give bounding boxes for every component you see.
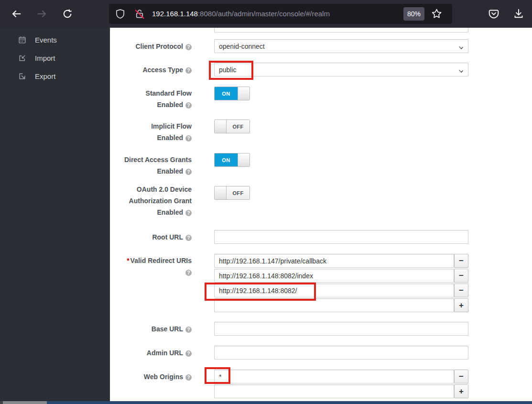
sidebar-item-import[interactable]: Import <box>0 49 110 67</box>
back-arrow-icon <box>11 9 22 19</box>
keycloak-client-settings-screen: 192.168.1.148:8080/auth/admin/master/con… <box>0 0 532 404</box>
toggle-handle <box>238 87 250 100</box>
zoom-level-badge[interactable]: 80% <box>403 7 424 21</box>
base-url-input[interactable] <box>214 322 468 336</box>
url-host: 192.168.1.148 <box>152 10 198 18</box>
help-icon[interactable]: ? <box>185 210 192 216</box>
help-icon[interactable]: ? <box>185 235 192 241</box>
help-icon[interactable]: ? <box>185 67 192 74</box>
oauth-device-grant-label: OAuth 2.0 Device Authorization Grant Ena… <box>110 184 192 218</box>
toggle-handle <box>215 120 227 133</box>
clipped-input-above[interactable] <box>214 28 468 33</box>
access-type-label: Access Type? <box>110 64 192 76</box>
remove-web-origin-button[interactable]: − <box>454 370 468 383</box>
oauth-device-grant-toggle[interactable]: OFF <box>214 186 250 200</box>
toggle-handle <box>215 186 227 199</box>
pocket-save-button[interactable] <box>487 7 501 21</box>
help-icon[interactable]: ? <box>185 327 192 333</box>
pocket-icon <box>488 8 499 20</box>
root-url-label: Root URL? <box>110 231 192 243</box>
direct-access-grants-label: Direct Access Grants Enabled? <box>110 154 192 177</box>
help-icon[interactable]: ? <box>185 169 192 175</box>
forward-button[interactable] <box>34 7 49 21</box>
redirect-uri-input-1[interactable] <box>214 254 454 268</box>
standard-flow-toggle[interactable]: ON <box>214 87 250 100</box>
admin-url-input[interactable] <box>214 346 468 360</box>
redirect-uri-input-2[interactable] <box>214 269 454 283</box>
sidebar-item-export[interactable]: Export <box>0 67 110 85</box>
implicit-flow-toggle[interactable]: OFF <box>214 120 250 133</box>
direct-access-grants-toggle[interactable]: ON <box>214 153 250 167</box>
help-icon[interactable]: ? <box>185 102 192 109</box>
base-url-label: Base URL? <box>110 323 192 335</box>
toggle-state-label: ON <box>215 87 238 100</box>
root-url-input[interactable] <box>214 230 468 244</box>
redirect-uri-new-input[interactable] <box>214 298 454 312</box>
forward-arrow-icon <box>36 9 47 19</box>
web-origin-new-input[interactable] <box>214 384 454 398</box>
help-icon[interactable]: ? <box>185 374 192 381</box>
add-web-origin-button[interactable]: + <box>454 384 468 398</box>
url-bar[interactable]: 192.168.1.148:8080/auth/admin/master/con… <box>109 4 452 24</box>
help-icon[interactable]: ? <box>185 135 192 142</box>
downloads-button[interactable] <box>511 7 526 21</box>
client-protocol-label: Client Protocol? <box>110 41 192 52</box>
back-button[interactable] <box>10 7 24 21</box>
import-icon <box>18 54 26 62</box>
bottom-scrollbar-track[interactable] <box>0 401 532 404</box>
download-icon <box>513 8 524 20</box>
help-icon[interactable]: ? <box>185 270 192 276</box>
remove-redirect-uri-1-button[interactable]: − <box>454 254 468 268</box>
export-icon <box>18 72 26 80</box>
toggle-handle <box>238 153 250 166</box>
access-type-select[interactable]: public <box>214 63 468 76</box>
reload-icon <box>62 9 73 19</box>
sidebar-item-events[interactable]: Events <box>0 31 110 49</box>
url-path: :8080/auth/admin/master/console/#/realm <box>198 10 330 18</box>
add-redirect-uri-button[interactable]: + <box>454 298 468 312</box>
chevron-down-icon <box>459 45 463 49</box>
help-icon[interactable]: ? <box>185 350 192 357</box>
sidebar-item-label: Events <box>35 36 57 44</box>
toggle-state-label: OFF <box>227 186 250 199</box>
remove-redirect-uri-2-button[interactable]: − <box>454 269 468 283</box>
web-origin-input-1[interactable] <box>214 370 454 383</box>
remove-redirect-uri-3-button[interactable]: − <box>454 284 468 297</box>
sidebar-item-label: Import <box>35 54 55 62</box>
valid-redirect-uris-label: *Valid Redirect URIs ? <box>110 255 192 278</box>
insecure-lock-icon[interactable] <box>134 9 145 21</box>
browser-toolbar: 192.168.1.148:8080/auth/admin/master/con… <box>0 0 532 28</box>
admin-sidebar: Events Import Export <box>0 28 110 401</box>
reload-button[interactable] <box>60 7 75 21</box>
bottom-scrollbar-thumb[interactable] <box>3 401 47 404</box>
client-protocol-select[interactable]: openid-connect <box>214 39 468 53</box>
implicit-flow-label: Implicit Flow Enabled? <box>110 120 192 143</box>
toggle-state-label: OFF <box>227 120 250 133</box>
shield-icon[interactable] <box>115 9 125 21</box>
bookmark-star-icon[interactable] <box>431 8 442 21</box>
chevron-down-icon <box>459 68 463 73</box>
calendar-icon <box>18 36 26 44</box>
url-text: 192.168.1.148:8080/auth/admin/master/con… <box>152 4 402 24</box>
standard-flow-label: Standard Flow Enabled? <box>110 87 192 110</box>
redirect-uri-input-3[interactable] <box>214 284 454 297</box>
help-icon[interactable]: ? <box>185 44 192 50</box>
admin-url-label: Admin URL? <box>110 347 192 359</box>
toggle-state-label: ON <box>215 153 238 166</box>
web-origins-label: Web Origins? <box>110 371 192 382</box>
sidebar-item-label: Export <box>35 72 55 80</box>
